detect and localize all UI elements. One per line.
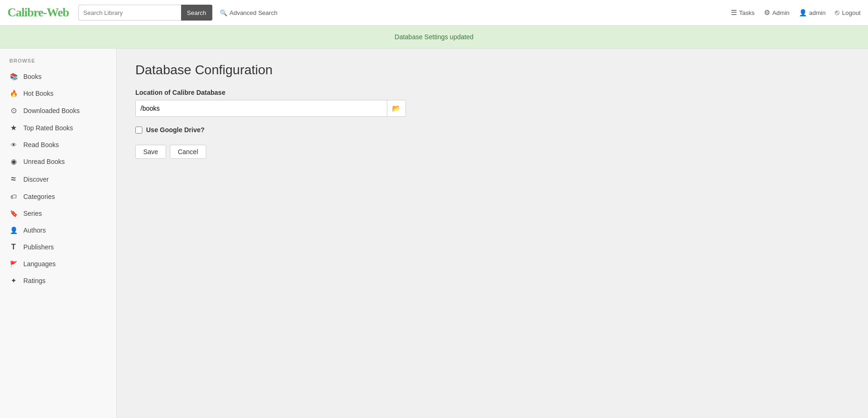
search-input[interactable] xyxy=(78,5,181,21)
advanced-search-link[interactable]: Advanced Search xyxy=(220,9,278,16)
book-icon xyxy=(9,72,18,81)
form-actions: Save Cancel xyxy=(135,145,849,159)
sidebar-item-ratings[interactable]: Ratings xyxy=(0,272,116,289)
sidebar-item-hot-books[interactable]: Hot Books xyxy=(0,85,116,102)
search-form: Search xyxy=(78,5,212,21)
sidebar-item-languages[interactable]: Languages xyxy=(0,255,116,272)
sidebar: BROWSE Books Hot Books Downloaded Books … xyxy=(0,49,117,418)
eye-icon xyxy=(9,141,18,149)
layout: BROWSE Books Hot Books Downloaded Books … xyxy=(0,49,868,418)
sidebar-item-label: Hot Books xyxy=(23,90,54,97)
tasks-label: Tasks xyxy=(739,9,755,16)
folder-icon xyxy=(392,104,401,113)
user-link[interactable]: admin xyxy=(799,9,826,16)
sidebar-item-books[interactable]: Books xyxy=(0,68,116,85)
google-drive-checkbox[interactable] xyxy=(135,127,142,134)
google-drive-label[interactable]: Use Google Drive? xyxy=(146,126,204,134)
logout-link[interactable]: Logout xyxy=(835,8,861,17)
sidebar-item-label: Languages xyxy=(23,260,56,268)
save-button[interactable]: Save xyxy=(135,145,166,159)
sidebar-item-label: Discover xyxy=(23,176,49,183)
tag-icon xyxy=(9,192,18,201)
publisher-icon xyxy=(9,243,18,251)
flag-icon xyxy=(9,260,18,268)
sidebar-item-discover[interactable]: Discover xyxy=(0,170,116,188)
folder-browse-button[interactable] xyxy=(387,100,406,117)
browse-section-label: BROWSE xyxy=(0,58,116,68)
sidebar-item-label: Top Rated Books xyxy=(23,124,73,132)
admin-label: Admin xyxy=(772,9,790,16)
bookmark-icon xyxy=(9,209,18,218)
sidebar-item-downloaded-books[interactable]: Downloaded Books xyxy=(0,102,116,119)
main-content: Database Configuration Location of Calib… xyxy=(117,49,868,418)
search-button[interactable]: Search xyxy=(181,5,212,21)
db-path-input-group xyxy=(135,100,406,117)
brand-logo[interactable]: Calibre-Web xyxy=(7,6,69,20)
tasks-link[interactable]: Tasks xyxy=(731,8,755,17)
logout-label: Logout xyxy=(842,9,861,16)
sidebar-item-publishers[interactable]: Publishers xyxy=(0,239,116,255)
user-label: admin xyxy=(809,9,826,16)
sidebar-item-label: Downloaded Books xyxy=(23,107,80,114)
page-title: Database Configuration xyxy=(135,63,849,78)
alert-message: Database Settings updated xyxy=(395,33,474,41)
fire-icon xyxy=(9,89,18,98)
sidebar-item-categories[interactable]: Categories xyxy=(0,188,116,205)
user-icon xyxy=(799,9,807,16)
admin-icon xyxy=(764,8,770,17)
admin-link[interactable]: Admin xyxy=(764,8,790,17)
sidebar-item-read-books[interactable]: Read Books xyxy=(0,136,116,153)
sidebar-item-label: Series xyxy=(23,210,42,217)
search-icon xyxy=(220,9,227,16)
sidebar-item-label: Unread Books xyxy=(23,158,65,165)
sidebar-item-series[interactable]: Series xyxy=(0,205,116,222)
alert-banner: Database Settings updated xyxy=(0,26,868,49)
navbar-right: Tasks Admin admin Logout xyxy=(731,8,861,17)
sidebar-item-authors[interactable]: Authors xyxy=(0,222,116,239)
cancel-button[interactable]: Cancel xyxy=(170,145,206,159)
logout-icon xyxy=(835,8,840,17)
eye-slash-icon xyxy=(9,157,18,166)
sidebar-item-label: Books xyxy=(23,73,42,80)
tasks-icon xyxy=(731,8,737,17)
sidebar-item-label: Authors xyxy=(23,227,46,234)
db-location-label: Location of Calibre Database xyxy=(135,89,849,96)
star-icon xyxy=(9,123,18,132)
sidebar-item-unread-books[interactable]: Unread Books xyxy=(0,153,116,170)
sidebar-item-label: Publishers xyxy=(23,243,54,251)
sidebar-item-label: Read Books xyxy=(23,141,59,149)
advanced-search-label: Advanced Search xyxy=(230,9,278,16)
sidebar-item-label: Categories xyxy=(23,193,55,200)
discover-icon xyxy=(9,174,18,184)
user-icon xyxy=(9,226,18,234)
sidebar-item-top-rated-books[interactable]: Top Rated Books xyxy=(0,119,116,136)
brand-name: Calibre-Web xyxy=(7,6,69,19)
google-drive-group: Use Google Drive? xyxy=(135,126,849,134)
download-icon xyxy=(9,106,18,115)
db-path-input[interactable] xyxy=(135,100,387,117)
rating-icon xyxy=(9,276,18,285)
sidebar-item-label: Ratings xyxy=(23,277,45,284)
navbar: Calibre-Web Search Advanced Search Tasks… xyxy=(0,0,868,26)
db-location-group: Location of Calibre Database xyxy=(135,89,849,117)
